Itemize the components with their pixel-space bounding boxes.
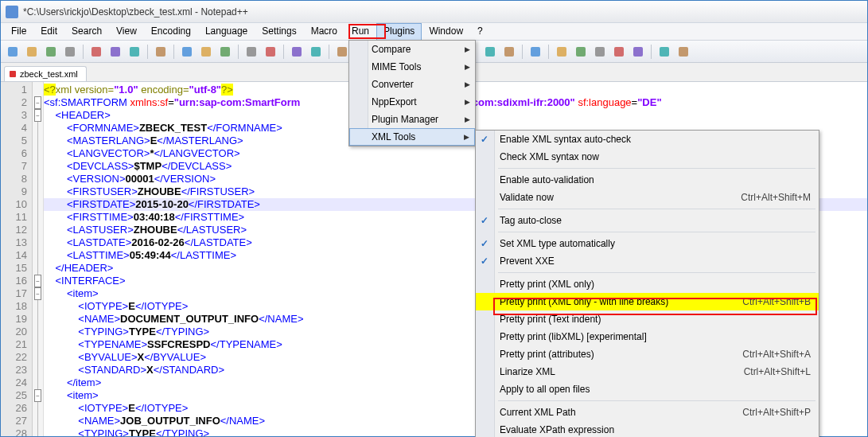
svg-rect-0: [8, 47, 18, 57]
fold-marker[interactable]: [33, 262, 43, 275]
fold-marker[interactable]: [33, 160, 43, 173]
xmltools-item-enable-auto-validation[interactable]: Enable auto-validation: [476, 171, 819, 189]
fold-marker[interactable]: [33, 147, 43, 160]
xmltools-item-pretty-print-libxml-experimental-[interactable]: Pretty print (libXML) [experimental]: [476, 328, 819, 345]
xmltools-item-pretty-print-xml-only-[interactable]: Pretty print (XML only): [476, 275, 819, 293]
xmltools-item-pretty-print-text-indent-[interactable]: Pretty print (Text indent): [476, 310, 819, 328]
stop-button[interactable]: [527, 43, 544, 60]
xmltools-item-validate-now[interactable]: Validate nowCtrl+Alt+Shift+M: [476, 189, 819, 206]
line-number: 13: [1, 236, 32, 249]
find-button[interactable]: [262, 43, 279, 60]
t4-button[interactable]: [675, 43, 692, 60]
fold-marker[interactable]: [33, 198, 43, 211]
open-button[interactable]: [23, 43, 41, 60]
fold-marker[interactable]: −: [33, 389, 43, 402]
xmltools-item-set-xml-type-automatically[interactable]: ✓Set XML type automatically: [476, 235, 819, 252]
xmltools-item-check-xml-syntax-now[interactable]: Check XML syntax now: [476, 148, 819, 166]
fold-marker[interactable]: [33, 249, 43, 262]
menu-help[interactable]: ?: [470, 23, 490, 40]
xmltools-item-pretty-print-attributes-[interactable]: Pretty print (attributes)Ctrl+Alt+Shift+…: [476, 345, 819, 363]
print-button[interactable]: [126, 43, 143, 60]
fold-marker[interactable]: [33, 338, 43, 351]
xmltools-item-linarize-xml[interactable]: Linarize XMLCtrl+Alt+Shift+L: [476, 363, 819, 380]
plugins-item-mime-tools[interactable]: MIME Tools▶: [349, 58, 475, 76]
xmltools-item-prevent-xxe[interactable]: ✓Prevent XXE: [476, 252, 819, 270]
menu-bar: FileEditSearchViewEncodingLanguageSettin…: [1, 23, 867, 41]
save-button[interactable]: [42, 43, 60, 60]
fold-marker[interactable]: [33, 300, 43, 313]
replace-button[interactable]: [288, 43, 306, 60]
fold-marker[interactable]: −: [33, 287, 43, 300]
fold-marker[interactable]: [33, 185, 43, 198]
line-number: 16: [1, 275, 32, 287]
fold-marker[interactable]: −: [33, 275, 43, 287]
fold-marker[interactable]: [33, 326, 43, 338]
menu-plugins[interactable]: Plugins: [376, 23, 422, 40]
file-tab[interactable]: zbeck_test.xml: [4, 66, 87, 81]
menu-settings[interactable]: Settings: [255, 23, 303, 40]
fold-marker[interactable]: −: [33, 96, 43, 109]
svg-rect-26: [576, 47, 586, 57]
fastforward-button[interactable]: [572, 43, 590, 60]
menu-item-label: Linarize XML: [500, 366, 555, 377]
fold-marker[interactable]: [33, 313, 43, 326]
line-number: 23: [1, 364, 32, 377]
xmltools-item-pretty-print-xml-only-with-line-breaks-[interactable]: Pretty print (XML only - with line break…: [476, 293, 819, 310]
menu-item-label: Tag auto-close: [500, 215, 562, 226]
plugins-item-plugin-manager[interactable]: Plugin Manager▶: [349, 111, 475, 128]
plugins-item-compare[interactable]: Compare▶: [349, 41, 475, 58]
t2-button[interactable]: [629, 43, 647, 60]
line-number: 1: [1, 84, 32, 96]
menu-encoding[interactable]: Encoding: [144, 23, 198, 40]
fold-marker[interactable]: [33, 402, 43, 415]
t1-button[interactable]: [610, 43, 628, 60]
close-all-button[interactable]: [107, 43, 124, 60]
fold-marker[interactable]: [33, 173, 43, 185]
redo-button[interactable]: [243, 43, 260, 60]
cut-button[interactable]: [152, 43, 169, 60]
menu-language[interactable]: Language: [198, 23, 255, 40]
xmltools-item-apply-to-all-open-files[interactable]: Apply to all open files: [476, 380, 819, 398]
saverec-button[interactable]: [591, 43, 609, 60]
plugins-item-xml-tools[interactable]: XML Tools▶: [349, 128, 475, 146]
menu-window[interactable]: Window: [422, 23, 470, 40]
menu-macro[interactable]: Macro: [304, 23, 344, 40]
play-button[interactable]: [553, 43, 570, 60]
save-all-button[interactable]: [61, 43, 79, 60]
menu-item-label: Prevent XXE: [500, 256, 555, 267]
fold-marker[interactable]: [33, 415, 43, 427]
undo-button[interactable]: [216, 43, 234, 60]
close-button[interactable]: [88, 43, 105, 60]
xmltools-item-tag-auto-close[interactable]: ✓Tag auto-close: [476, 212, 819, 229]
xmltools-item-evaluate-xpath-expression[interactable]: Evaluate XPath expression: [476, 421, 819, 437]
fold-marker[interactable]: [33, 84, 43, 96]
menu-view[interactable]: View: [109, 23, 144, 40]
check-icon: ✓: [481, 215, 488, 226]
line-number: 27: [1, 415, 32, 427]
fold-marker[interactable]: [33, 427, 43, 437]
fold-marker[interactable]: [33, 211, 43, 224]
fold-marker[interactable]: −: [33, 109, 43, 122]
paste-button[interactable]: [197, 43, 215, 60]
xmltools-item-current-xml-path[interactable]: Current XML PathCtrl+Alt+Shift+P: [476, 404, 819, 421]
fold-marker[interactable]: [33, 377, 43, 389]
menu-edit[interactable]: Edit: [33, 23, 64, 40]
menu-run[interactable]: Run: [344, 23, 376, 40]
fold-marker[interactable]: [33, 122, 43, 135]
menu-search[interactable]: Search: [64, 23, 109, 40]
plugins-item-converter[interactable]: Converter▶: [349, 76, 475, 93]
t3-button[interactable]: [656, 43, 673, 60]
copy-button[interactable]: [178, 43, 196, 60]
zoom-in-button[interactable]: [307, 43, 325, 60]
run-button[interactable]: [481, 43, 499, 60]
fold-marker[interactable]: [33, 364, 43, 377]
fold-marker[interactable]: [33, 224, 43, 236]
menu-file[interactable]: File: [4, 23, 33, 40]
fold-marker[interactable]: [33, 351, 43, 364]
record-button[interactable]: [500, 43, 518, 60]
xmltools-item-enable-xml-syntax-auto-check[interactable]: ✓Enable XML syntax auto-check: [476, 131, 819, 148]
fold-marker[interactable]: [33, 135, 43, 147]
new-button[interactable]: [4, 43, 21, 60]
fold-marker[interactable]: [33, 236, 43, 249]
plugins-item-nppexport[interactable]: NppExport▶: [349, 93, 475, 111]
